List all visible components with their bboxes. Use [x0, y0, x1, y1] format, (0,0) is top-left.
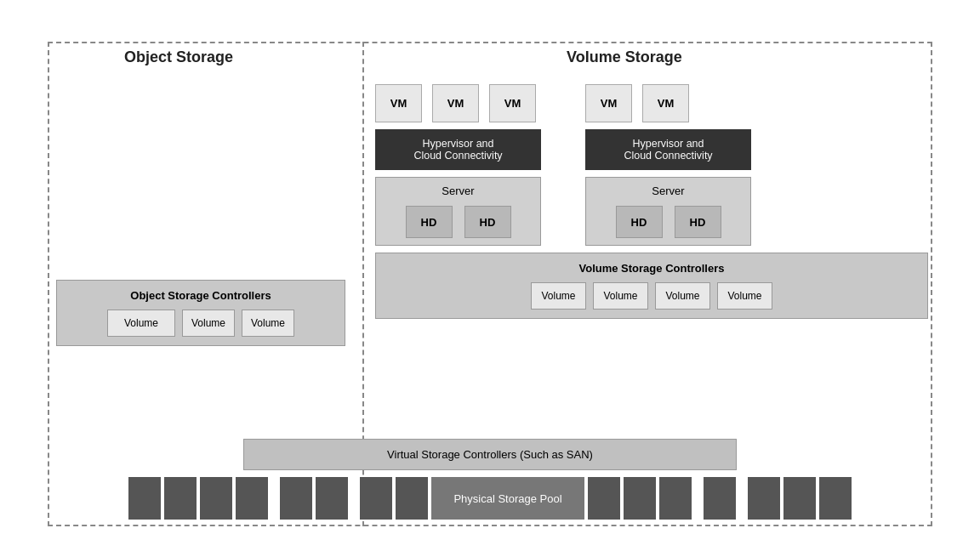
- vm-box-5: VM: [642, 84, 689, 122]
- phys-block-11: [659, 477, 692, 520]
- phys-block-7: [360, 477, 392, 520]
- phys-block-6: [316, 477, 348, 520]
- object-storage-controllers: Object Storage Controllers Volume Volume…: [56, 280, 345, 346]
- phys-block-12: [704, 477, 736, 520]
- vm-box-2: VM: [432, 84, 479, 122]
- phys-block-2: [164, 477, 197, 520]
- phys-block-14: [783, 477, 816, 520]
- server-label-1: Server: [383, 185, 533, 197]
- diagram-wrapper: Object Storage Volume Storage VM VM VM V…: [39, 16, 941, 535]
- phys-block-3: [200, 477, 232, 520]
- phys-block-5: [280, 477, 312, 520]
- volume-box-4: Volume: [717, 282, 772, 310]
- phys-block-9: [588, 477, 620, 520]
- virtual-storage-controllers-row: Virtual Storage Controllers (Such as SAN…: [56, 439, 924, 470]
- bottom-section: Virtual Storage Controllers (Such as SAN…: [56, 439, 924, 520]
- volume-box-1: Volume: [531, 282, 586, 310]
- volume-storage-title: Volume Storage: [567, 48, 682, 66]
- phys-block-10: [624, 477, 656, 520]
- hypervisor-box-1: Hypervisor andCloud Connectivity: [375, 129, 541, 170]
- volume-storage-section: VM VM VM VM VM Hypervisor andCloud Conne…: [375, 84, 928, 319]
- virtual-storage-label: Virtual Storage Controllers (Such as SAN…: [387, 448, 593, 461]
- vm-box-4: VM: [585, 84, 632, 122]
- obj-volume-box-1: Volume: [107, 310, 175, 337]
- vm-box-3: VM: [489, 84, 536, 122]
- object-controllers-label: Object Storage Controllers: [67, 289, 334, 302]
- server-label-2: Server: [593, 185, 744, 197]
- hypervisor-box-2: Hypervisor andCloud Connectivity: [585, 129, 751, 170]
- vm-group-1: VM VM VM: [375, 84, 541, 122]
- volume-box-3: Volume: [655, 282, 710, 310]
- physical-storage-pool-row: Physical Storage Pool: [56, 477, 924, 520]
- server-box-2: Server HD HD: [585, 177, 751, 246]
- vm-box-1: VM: [375, 84, 422, 122]
- volume-storage-controllers: Volume Storage Controllers Volume Volume…: [375, 253, 928, 319]
- virtual-storage-controllers-box: Virtual Storage Controllers (Such as SAN…: [243, 439, 737, 470]
- object-storage-title: Object Storage: [124, 48, 233, 66]
- hd-box-2: HD: [464, 206, 511, 238]
- vm-group-2: VM VM: [585, 84, 694, 122]
- phys-block-1: [128, 477, 161, 520]
- obj-volume-box-2: Volume: [182, 310, 235, 337]
- hypervisor-row: Hypervisor andCloud Connectivity Hypervi…: [375, 129, 928, 170]
- server-box-1: Server HD HD: [375, 177, 541, 246]
- server-row: Server HD HD Server HD HD: [375, 177, 928, 246]
- physical-storage-pool-label: Physical Storage Pool: [431, 477, 584, 520]
- phys-block-8: [396, 477, 428, 520]
- hd-box-1: HD: [406, 206, 453, 238]
- phys-block-15: [819, 477, 852, 520]
- phys-block-4: [236, 477, 268, 520]
- volume-box-2: Volume: [593, 282, 648, 310]
- obj-volume-box-3: Volume: [242, 310, 294, 337]
- phys-block-13: [748, 477, 780, 520]
- hd-box-3: HD: [616, 206, 663, 238]
- hd-box-4: HD: [675, 206, 721, 238]
- vm-row: VM VM VM VM VM: [375, 84, 928, 122]
- volume-controllers-label: Volume Storage Controllers: [386, 262, 917, 275]
- object-controllers-box: Object Storage Controllers Volume Volume…: [56, 280, 345, 346]
